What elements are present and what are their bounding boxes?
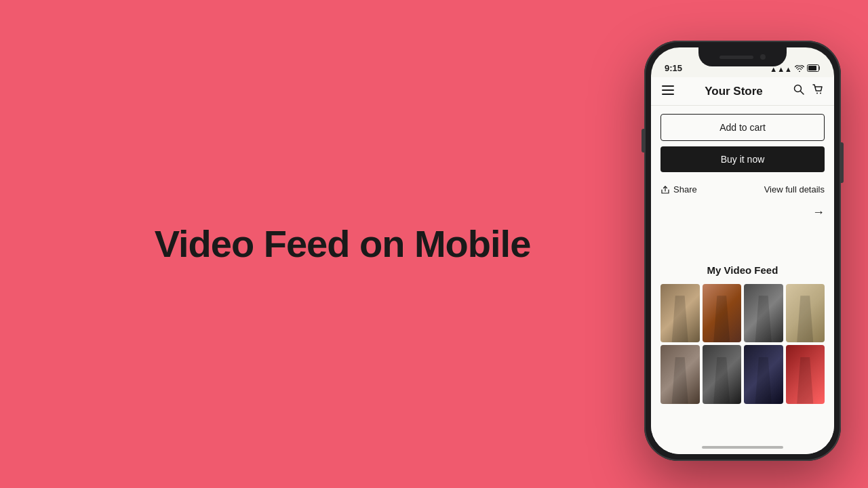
video-thumb-1[interactable] bbox=[660, 284, 700, 342]
phone-inner: 9:15 ▲▲▲ bbox=[651, 47, 834, 454]
notch-speaker bbox=[719, 56, 753, 59]
search-icon[interactable] bbox=[793, 84, 804, 98]
video-thumb-5[interactable] bbox=[660, 345, 700, 403]
left-section: Video Feed on Mobile bbox=[0, 221, 644, 266]
svg-point-8 bbox=[820, 93, 821, 94]
nav-icons bbox=[793, 84, 823, 98]
share-label: Share bbox=[673, 184, 697, 195]
buy-now-button[interactable]: Buy it now bbox=[660, 146, 825, 172]
video-feed-section: My Video Feed bbox=[651, 255, 834, 418]
nav-bar: Your Store bbox=[651, 77, 834, 106]
store-title: Your Store bbox=[705, 85, 763, 98]
phone-outer: 9:15 ▲▲▲ bbox=[644, 41, 841, 461]
svg-line-6 bbox=[800, 92, 804, 95]
hero-title: Video Feed on Mobile bbox=[155, 221, 531, 266]
svg-rect-3 bbox=[662, 89, 674, 91]
video-thumb-8[interactable] bbox=[786, 345, 825, 403]
phone-notch bbox=[698, 47, 787, 66]
video-grid bbox=[660, 284, 825, 404]
notch-camera bbox=[760, 54, 766, 60]
add-to-cart-button[interactable]: Add to cart bbox=[660, 114, 825, 141]
video-thumb-4[interactable] bbox=[786, 284, 825, 342]
arrow-right-row: → bbox=[651, 201, 834, 228]
product-actions: Add to cart Buy it now bbox=[651, 106, 834, 178]
phone-content[interactable]: Your Store bbox=[651, 77, 834, 454]
video-thumb-6[interactable] bbox=[703, 345, 742, 403]
page-wrapper: Video Feed on Mobile 9:15 ▲▲▲ bbox=[0, 0, 868, 488]
wifi-icon bbox=[795, 65, 804, 73]
battery-icon bbox=[807, 64, 821, 73]
video-thumb-7[interactable] bbox=[744, 345, 783, 403]
svg-rect-4 bbox=[662, 94, 674, 95]
video-thumb-2[interactable] bbox=[703, 284, 742, 342]
video-feed-title: My Video Feed bbox=[660, 264, 825, 276]
right-section: 9:15 ▲▲▲ bbox=[644, 27, 868, 461]
view-full-details-button[interactable]: View full details bbox=[764, 184, 825, 195]
hamburger-menu-icon[interactable] bbox=[662, 84, 674, 98]
share-button[interactable]: Share bbox=[660, 184, 697, 195]
svg-point-7 bbox=[816, 93, 818, 94]
status-icons: ▲▲▲ bbox=[770, 64, 821, 73]
home-indicator bbox=[702, 446, 783, 449]
video-thumb-3[interactable] bbox=[744, 284, 783, 342]
status-time: 9:15 bbox=[665, 63, 682, 73]
cart-icon[interactable] bbox=[812, 84, 823, 98]
svg-rect-1 bbox=[808, 66, 816, 70]
spacer bbox=[651, 228, 834, 255]
svg-rect-2 bbox=[662, 85, 674, 87]
arrow-right-icon: → bbox=[812, 205, 825, 220]
product-meta-row: Share View full details bbox=[651, 178, 834, 201]
